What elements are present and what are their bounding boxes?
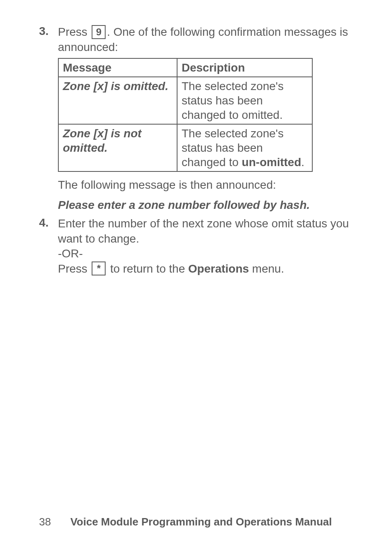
text: Press <box>58 25 90 38</box>
text-bold: un-omitted <box>242 156 301 169</box>
text: Press <box>58 262 90 275</box>
text: menu. <box>249 262 284 275</box>
cell-message: Zone [x] is omitted. <box>58 77 177 124</box>
step-3: 3. Press 9. One of the following confirm… <box>39 25 353 213</box>
header-message: Message <box>58 58 177 77</box>
step-4-body: Enter the number of the next zone whose … <box>58 216 353 276</box>
table-row: Zone [x] is omitted. The selected zone's… <box>58 77 312 124</box>
cell-description: The selected zone's status has been chan… <box>177 124 312 171</box>
step-3-body: Press 9. One of the following confirmati… <box>58 25 353 213</box>
prompt-text: Please enter a zone number followed by h… <box>58 197 353 213</box>
text-bold: Operations <box>188 262 249 275</box>
text: . <box>301 156 304 169</box>
step-3-text: Press 9. One of the following confirmati… <box>58 25 353 55</box>
page-footer: 38 Voice Module Programming and Operatio… <box>39 516 353 528</box>
step-4-press: Press * to return to the Operations menu… <box>58 261 353 277</box>
step-4-or: -OR- <box>58 246 353 261</box>
text: to return to the <box>107 262 188 275</box>
confirmation-table: Message Description Zone [x] is omitted.… <box>58 58 313 172</box>
keycap-9-icon: 9 <box>92 25 106 39</box>
keycap-star-icon: * <box>92 261 106 275</box>
after-table-text: The following message is then announced: <box>58 177 353 193</box>
header-description: Description <box>177 58 312 77</box>
step-number: 3. <box>39 25 58 213</box>
step-number: 4. <box>39 216 58 276</box>
cell-message: Zone [x] is not omitted. <box>58 124 177 171</box>
table-header-row: Message Description <box>58 58 312 77</box>
page-number: 38 <box>39 516 51 528</box>
table-row: Zone [x] is not omitted. The selected zo… <box>58 124 312 171</box>
step-4-line1: Enter the number of the next zone whose … <box>58 216 353 246</box>
step-4: 4. Enter the number of the next zone who… <box>39 216 353 276</box>
cell-description: The selected zone's status has been chan… <box>177 77 312 124</box>
manual-title: Voice Module Programming and Operations … <box>70 516 332 528</box>
